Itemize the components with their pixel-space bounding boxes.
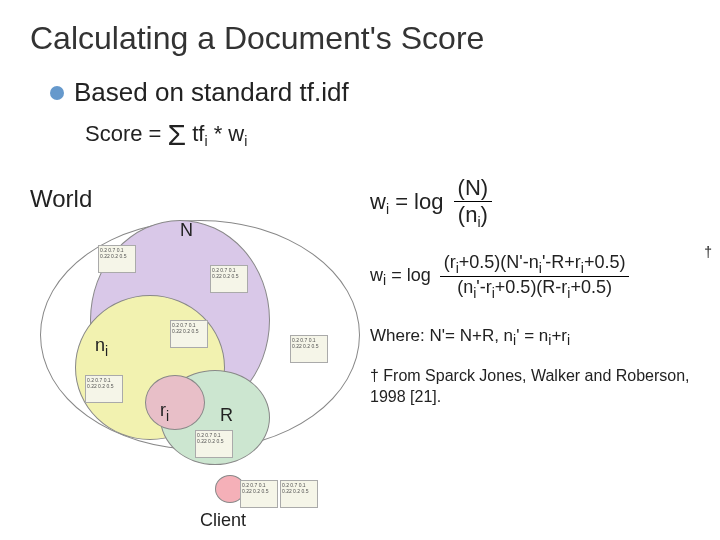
score-w: * w bbox=[208, 121, 245, 146]
f2-na: (r bbox=[444, 252, 456, 272]
formulas-block: wi = log (N) (ni) wi = log (ri+0.5)(N'-n… bbox=[370, 175, 710, 408]
citation: † From Sparck Jones, Walker and Roberson… bbox=[370, 366, 710, 408]
doc-box: 0.2 0.7 0.1 0.22 0.2 0.5 bbox=[240, 480, 278, 508]
doc-box: 0.2 0.7 0.1 0.22 0.2 0.5 bbox=[98, 245, 136, 273]
bullet-text: Based on standard tf.idf bbox=[74, 77, 349, 108]
f1-num: (N) bbox=[454, 175, 493, 202]
sigma-symbol: Σ bbox=[168, 118, 187, 151]
f2-nd: +0.5) bbox=[584, 252, 626, 272]
f2-den: (ni'-ri+0.5)(R-ri+0.5) bbox=[440, 277, 630, 301]
label-ni: ni bbox=[95, 335, 108, 359]
where-pre: Where: N'= N+R, n bbox=[370, 326, 513, 345]
f2-nb: +0.5)(N'-n bbox=[459, 252, 539, 272]
citation-text: From Sparck Jones, Walker and Roberson, … bbox=[370, 367, 690, 405]
score-formula: Score = Σ tfi * wi bbox=[85, 118, 690, 152]
where-line: Where: N'= N+R, ni' = ni+ri bbox=[370, 326, 710, 348]
ellipse-ri bbox=[145, 375, 205, 430]
f1-lhs: w bbox=[370, 189, 386, 214]
label-ni-n: n bbox=[95, 335, 105, 355]
where-mid: ' = n bbox=[516, 326, 548, 345]
f2-mid: = log bbox=[386, 265, 436, 285]
f2-db: '-r bbox=[476, 277, 491, 297]
slide-title: Calculating a Document's Score bbox=[30, 20, 690, 57]
f2-da: (n bbox=[457, 277, 473, 297]
f2-lhs: w bbox=[370, 265, 383, 285]
label-client: Client bbox=[200, 510, 246, 531]
doc-box: 0.2 0.7 0.1 0.22 0.2 0.5 bbox=[195, 430, 233, 458]
label-R: R bbox=[220, 405, 233, 426]
where-s3: i bbox=[567, 332, 570, 348]
f2-num: (ri+0.5)(N'-ni'-R+ri+0.5) bbox=[440, 252, 630, 277]
f1-fraction: (N) (ni) bbox=[454, 175, 493, 230]
f2-dc: +0.5)(R-r bbox=[495, 277, 568, 297]
label-ri-sub: i bbox=[166, 408, 169, 424]
f1-mid: = log bbox=[389, 189, 450, 214]
doc-box: 0.2 0.7 0.1 0.22 0.2 0.5 bbox=[290, 335, 328, 363]
where-mid2: +r bbox=[551, 326, 567, 345]
formula-wi-simple: wi = log (N) (ni) bbox=[370, 175, 710, 230]
client-doc-boxes: 0.2 0.7 0.1 0.22 0.2 0.5 0.2 0.7 0.1 0.2… bbox=[240, 480, 318, 508]
label-N: N bbox=[180, 220, 193, 241]
world-label: World bbox=[30, 185, 92, 213]
score-prefix: Score = bbox=[85, 121, 168, 146]
f1-den-pre: (n bbox=[458, 202, 478, 227]
citation-dagger: † bbox=[370, 367, 383, 384]
label-ri: ri bbox=[160, 400, 169, 424]
score-sub-i2: i bbox=[244, 133, 247, 149]
f1-den: (ni) bbox=[454, 202, 493, 230]
f2-dd: +0.5) bbox=[570, 277, 612, 297]
doc-box: 0.2 0.7 0.1 0.22 0.2 0.5 bbox=[85, 375, 123, 403]
dagger-icon: † bbox=[704, 244, 712, 260]
f2-fraction: (ri+0.5)(N'-ni'-R+ri+0.5) (ni'-ri+0.5)(R… bbox=[440, 252, 630, 300]
label-ni-sub: i bbox=[105, 343, 108, 359]
doc-box: 0.2 0.7 0.1 0.22 0.2 0.5 bbox=[170, 320, 208, 348]
score-tf: tf bbox=[186, 121, 204, 146]
doc-box: 0.2 0.7 0.1 0.22 0.2 0.5 bbox=[210, 265, 248, 293]
venn-diagram: N ni ri R Client 0.2 0.7 0.1 0.22 0.2 0.… bbox=[40, 220, 380, 490]
f2-nc: '-R+r bbox=[542, 252, 581, 272]
bullet-row: Based on standard tf.idf bbox=[50, 77, 690, 108]
bullet-icon bbox=[50, 86, 64, 100]
doc-box: 0.2 0.7 0.1 0.22 0.2 0.5 bbox=[280, 480, 318, 508]
f1-den-post: ) bbox=[481, 202, 488, 227]
formula-wi-full: wi = log (ri+0.5)(N'-ni'-R+ri+0.5) (ni'-… bbox=[370, 252, 710, 300]
